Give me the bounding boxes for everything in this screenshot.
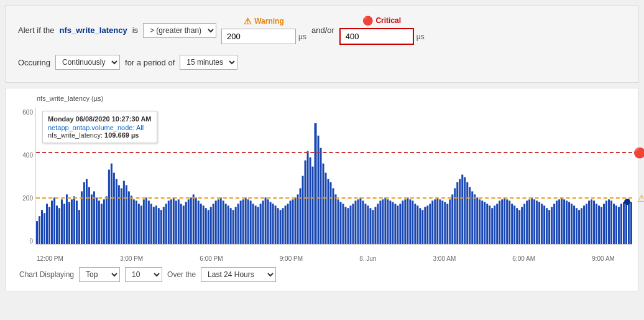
svg-rect-90 <box>257 207 259 244</box>
occuring-mode-select[interactable]: Continuously <box>55 55 120 70</box>
critical-threshold-input[interactable] <box>339 28 414 45</box>
svg-rect-196 <box>521 207 523 244</box>
y-label-400: 400 <box>22 152 33 159</box>
x-axis: 12:00 PM 3:00 PM 6:00 PM 9:00 PM 8. Jun … <box>37 255 615 262</box>
svg-rect-197 <box>523 204 525 244</box>
svg-rect-3 <box>41 210 43 244</box>
svg-rect-70 <box>208 210 209 244</box>
svg-rect-198 <box>526 200 528 244</box>
chart-panel: nfs_write_latency (µs) 600 400 200 0 ⚠ 🔴 <box>5 88 639 291</box>
svg-rect-45 <box>145 197 147 244</box>
svg-rect-38 <box>128 191 130 244</box>
svg-rect-102 <box>287 204 289 244</box>
svg-rect-113 <box>315 123 317 244</box>
svg-rect-166 <box>446 204 448 244</box>
svg-rect-172 <box>461 175 463 244</box>
x-label-3am: 3:00 AM <box>433 255 456 262</box>
svg-rect-96 <box>272 204 274 244</box>
svg-rect-232 <box>610 200 612 244</box>
svg-rect-125 <box>344 207 346 244</box>
svg-rect-95 <box>270 202 272 244</box>
svg-rect-112 <box>312 167 314 244</box>
svg-rect-131 <box>359 197 361 244</box>
operator-select[interactable]: > (greater than) <box>143 23 216 38</box>
svg-rect-154 <box>416 205 418 244</box>
tooltip-metric-value: 109.669 µs <box>104 131 139 139</box>
svg-rect-87 <box>250 200 252 244</box>
svg-rect-169 <box>454 188 456 244</box>
svg-rect-59 <box>180 204 182 244</box>
period-select[interactable]: 15 minutes <box>180 55 237 70</box>
svg-rect-75 <box>220 197 222 244</box>
svg-rect-160 <box>431 200 433 244</box>
svg-rect-82 <box>237 204 239 244</box>
svg-rect-237 <box>623 202 625 244</box>
warning-threshold-input[interactable] <box>221 29 296 44</box>
svg-rect-231 <box>608 199 610 244</box>
svg-rect-49 <box>155 205 157 244</box>
svg-rect-189 <box>504 197 505 244</box>
svg-rect-104 <box>292 199 294 244</box>
svg-rect-41 <box>136 200 137 244</box>
svg-rect-185 <box>494 205 495 244</box>
top-count-select[interactable]: 10 <box>125 267 162 282</box>
svg-rect-208 <box>551 207 553 244</box>
x-label-8jun: 8. Jun <box>359 255 376 262</box>
svg-rect-47 <box>150 204 152 244</box>
svg-rect-140 <box>382 199 384 244</box>
top-select[interactable]: Top <box>79 267 120 282</box>
x-label-9pm: 9:00 PM <box>280 255 303 262</box>
svg-rect-30 <box>108 170 110 244</box>
svg-rect-22 <box>88 187 90 244</box>
x-label-3pm: 3:00 PM <box>120 255 143 262</box>
chart-displaying-label: Chart Displaying <box>19 270 74 279</box>
svg-rect-58 <box>178 199 180 244</box>
svg-rect-37 <box>126 185 127 244</box>
svg-rect-220 <box>581 208 582 244</box>
svg-rect-230 <box>605 200 607 244</box>
svg-rect-34 <box>118 185 120 244</box>
time-range-select[interactable]: Last 24 Hours <box>201 267 276 282</box>
svg-rect-130 <box>357 199 359 244</box>
svg-rect-178 <box>476 197 478 244</box>
svg-rect-80 <box>232 210 234 244</box>
x-label-6pm: 6:00 PM <box>200 255 223 262</box>
svg-rect-233 <box>613 204 615 244</box>
warning-threshold-line: ⚠ <box>36 197 632 199</box>
svg-rect-155 <box>419 208 421 244</box>
svg-rect-106 <box>297 194 299 244</box>
svg-rect-115 <box>320 148 322 244</box>
y-label-200: 200 <box>22 195 33 202</box>
svg-rect-219 <box>578 210 580 244</box>
occuring-label: Occuring <box>18 58 50 67</box>
svg-rect-68 <box>203 205 205 244</box>
x-label-9am: 9:00 AM <box>592 255 615 262</box>
svg-rect-21 <box>86 179 88 244</box>
svg-rect-183 <box>489 205 490 244</box>
warning-header-label: Warning <box>254 17 284 26</box>
svg-rect-65 <box>195 197 197 244</box>
svg-rect-171 <box>459 179 461 244</box>
svg-rect-73 <box>215 200 217 244</box>
svg-rect-152 <box>412 200 413 244</box>
tooltip-host-label: netapp_ontap.volume_node: <box>48 124 134 131</box>
svg-rect-234 <box>615 205 617 244</box>
over-the-label: Over the <box>167 270 196 279</box>
svg-rect-54 <box>168 200 170 244</box>
svg-rect-145 <box>394 204 396 244</box>
svg-rect-7 <box>51 200 53 244</box>
svg-rect-239 <box>628 199 630 244</box>
svg-rect-211 <box>558 199 560 244</box>
svg-rect-227 <box>598 205 600 244</box>
svg-rect-177 <box>474 194 476 244</box>
svg-rect-79 <box>230 208 232 244</box>
svg-rect-135 <box>369 208 371 244</box>
warning-unit: µs <box>298 32 306 41</box>
tooltip-host-value: All <box>136 124 144 131</box>
svg-rect-162 <box>436 197 438 244</box>
svg-rect-173 <box>464 177 466 244</box>
svg-rect-240 <box>630 202 632 244</box>
svg-rect-215 <box>568 202 570 244</box>
svg-rect-60 <box>183 205 185 244</box>
y-label-0: 0 <box>29 238 33 245</box>
